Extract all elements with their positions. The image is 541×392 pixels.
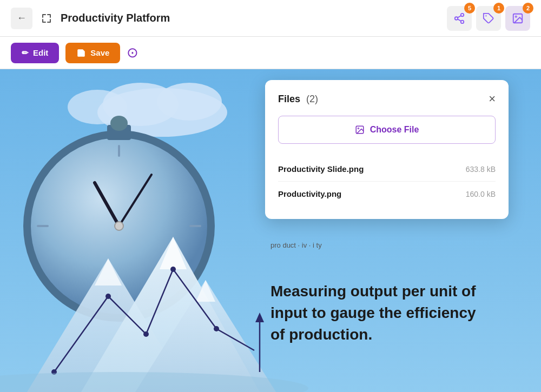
file-list: Productivity Slide.png 633.8 kB Producti… (278, 157, 496, 206)
edit-button[interactable]: ✏ Edit (11, 43, 59, 63)
image-badge: 2 (523, 3, 533, 14)
save-button[interactable]: Save (65, 43, 120, 63)
svg-point-32 (170, 267, 176, 272)
svg-point-15 (110, 116, 128, 131)
toolbar: ✏ Edit Save ⊙ (0, 37, 541, 69)
toggle-icon[interactable]: ⊙ (127, 44, 138, 61)
file-size: 633.8 kB (466, 165, 496, 174)
header-right-actions: 5 1 2 (447, 6, 530, 31)
svg-point-42 (358, 128, 359, 129)
save-icon (76, 48, 86, 58)
svg-text:pro duct · iv · i ty: pro duct · iv · i ty (270, 241, 322, 249)
svg-point-11 (157, 83, 222, 121)
main-content: Measuring output per unit of input to ga… (0, 69, 541, 392)
page-title: Productivity Platform (61, 12, 438, 24)
choose-file-button[interactable]: Choose File (278, 116, 496, 144)
svg-line-4 (458, 15, 461, 17)
file-name: Productivity.png (278, 189, 341, 198)
share-button[interactable]: 5 (447, 6, 472, 31)
popup-title: Files (2) (278, 94, 318, 105)
svg-point-30 (105, 294, 111, 299)
expand-icon[interactable] (41, 13, 52, 24)
files-popup: Files (2) × Choose File Productivity Sli… (265, 80, 509, 219)
edit-icon: ✏ (22, 48, 29, 58)
svg-point-31 (143, 331, 149, 337)
popup-header: Files (2) × (278, 93, 496, 105)
image-upload-icon (355, 125, 365, 135)
file-name: Productivity Slide.png (278, 164, 364, 174)
svg-point-7 (515, 16, 517, 17)
header: ← Productivity Platform 5 (0, 0, 541, 37)
svg-point-33 (214, 326, 219, 331)
image-button[interactable]: 2 (505, 6, 530, 31)
svg-text:of production.: of production. (270, 326, 372, 343)
svg-line-3 (458, 19, 461, 21)
file-item[interactable]: Productivity Slide.png 633.8 kB (278, 157, 496, 182)
tag-button[interactable]: 1 (476, 6, 501, 31)
share-badge: 5 (464, 3, 475, 14)
svg-point-22 (115, 222, 123, 230)
svg-point-1 (455, 17, 458, 20)
file-count: (2) (306, 94, 318, 104)
svg-point-2 (461, 20, 464, 23)
popup-close-button[interactable]: × (489, 93, 496, 105)
tag-badge: 1 (493, 3, 504, 14)
svg-point-0 (461, 13, 464, 16)
svg-text:input to gauge the efficiency: input to gauge the efficiency (270, 304, 476, 321)
back-icon: ← (17, 12, 27, 24)
file-item[interactable]: Productivity.png 160.0 kB (278, 182, 496, 206)
file-size: 160.0 kB (466, 190, 496, 198)
back-button[interactable]: ← (11, 8, 32, 29)
app-container: ← Productivity Platform 5 (0, 0, 541, 392)
svg-text:Measuring output per unit of: Measuring output per unit of (270, 283, 476, 300)
